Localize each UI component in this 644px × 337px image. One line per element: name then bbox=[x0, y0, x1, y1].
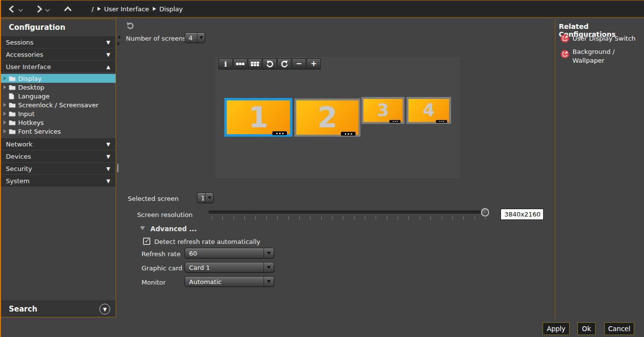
apply-button[interactable]: Apply bbox=[543, 322, 570, 335]
breadcrumb-item[interactable]: Display bbox=[153, 5, 183, 13]
monitor-number: 3 bbox=[377, 102, 389, 119]
tree-item-display[interactable]: Display bbox=[1, 74, 116, 83]
sidebar-section-network[interactable]: Network ▼ bbox=[1, 138, 116, 150]
dropdown-button[interactable] bbox=[263, 277, 274, 287]
navigation-bar: / User Interface Display bbox=[1, 0, 644, 18]
expander-icon[interactable] bbox=[3, 85, 6, 89]
splitter-handle[interactable] bbox=[117, 164, 119, 172]
sidebar-section-security[interactable]: Security ▼ bbox=[1, 162, 116, 174]
section-label: User Interface bbox=[6, 63, 51, 71]
section-label: Devices bbox=[6, 153, 31, 160]
external-link-icon bbox=[561, 50, 569, 58]
tree-item-language[interactable]: Language bbox=[1, 92, 116, 100]
rotate-left-icon[interactable] bbox=[262, 58, 277, 70]
display-settings-window: / User Interface Display Configuration S… bbox=[0, 0, 644, 337]
expander-icon[interactable] bbox=[3, 112, 6, 116]
monitor-select[interactable]: Automatic bbox=[185, 276, 274, 287]
zoom-out-icon[interactable]: − bbox=[292, 58, 306, 70]
rotate-right-icon[interactable] bbox=[277, 58, 291, 70]
dropdown-button[interactable] bbox=[263, 263, 274, 272]
number-of-screens-label: Number of screens bbox=[126, 35, 186, 42]
chevron-down-icon: ▼ bbox=[106, 178, 110, 184]
related-link-background-wallpaper[interactable]: Background / Wallpaper bbox=[561, 48, 630, 65]
tree-item-hotkeys[interactable]: Hotkeys bbox=[1, 118, 116, 127]
forward-history-icon[interactable] bbox=[45, 9, 50, 12]
monitor-1[interactable]: 1 bbox=[224, 98, 292, 137]
monitor-3[interactable]: 3 bbox=[361, 97, 405, 124]
detect-refresh-checkbox[interactable]: ✓ bbox=[143, 238, 150, 245]
user-interface-tree: Display Desktop Language Scre bbox=[1, 72, 116, 138]
resolution-slider-track[interactable] bbox=[209, 211, 490, 214]
breadcrumb-item-label: User Interface bbox=[104, 5, 149, 13]
resolution-slider-handle[interactable] bbox=[481, 208, 489, 217]
configuration-sidebar: Configuration Sessions ▼ Accessories ▼ U… bbox=[1, 19, 116, 317]
monitor-4[interactable]: 4 bbox=[406, 97, 451, 124]
sidebar-section-system[interactable]: System ▼ bbox=[1, 174, 116, 187]
tree-item-input[interactable]: Input bbox=[1, 109, 116, 118]
chevron-down-icon: ▼ bbox=[106, 154, 110, 159]
monitor-stand bbox=[341, 132, 356, 136]
dropdown-button[interactable] bbox=[263, 248, 274, 258]
search-expand-icon[interactable]: ▼ bbox=[99, 304, 110, 314]
number-of-screens-select[interactable]: 4 bbox=[185, 32, 205, 43]
dropdown-button[interactable] bbox=[197, 33, 205, 43]
tree-item-screenlock[interactable]: Screenlock / Screensaver bbox=[1, 100, 116, 109]
external-link-icon bbox=[561, 34, 569, 43]
advanced-expander-icon[interactable] bbox=[140, 226, 145, 230]
selected-screen-label: Selected screen bbox=[128, 195, 179, 202]
sidebar-title: Configuration bbox=[1, 19, 116, 36]
expander-icon[interactable] bbox=[3, 76, 6, 80]
chevron-down-icon: ▼ bbox=[106, 40, 110, 45]
monitor-2[interactable]: 2 bbox=[294, 98, 360, 137]
breadcrumb-item[interactable]: User Interface bbox=[97, 5, 149, 13]
back-history-icon[interactable] bbox=[18, 9, 23, 12]
arrange-horizontal-icon[interactable] bbox=[233, 58, 247, 70]
monitor-stand bbox=[389, 120, 401, 123]
tree-item-label: Display bbox=[18, 75, 42, 82]
tree-item-font-services[interactable]: Font Services bbox=[1, 127, 116, 136]
chevron-down-icon bbox=[267, 266, 271, 269]
monitor-number: 4 bbox=[423, 102, 434, 119]
sidebar-section-devices[interactable]: Devices ▼ bbox=[1, 150, 116, 162]
ok-button[interactable]: Ok bbox=[577, 322, 596, 335]
monitor-stand bbox=[436, 120, 447, 123]
expand-sidebar-icon[interactable] bbox=[118, 42, 120, 46]
resolution-value-box[interactable]: 3840x2160 bbox=[501, 209, 544, 220]
dropdown-button[interactable] bbox=[205, 193, 213, 203]
cancel-button[interactable]: Cancel bbox=[604, 322, 634, 335]
checkmark-icon: ✓ bbox=[144, 237, 150, 244]
monitor-number: 1 bbox=[248, 103, 268, 132]
tree-item-desktop[interactable]: Desktop bbox=[1, 83, 116, 92]
search-panel[interactable]: Search ▼ bbox=[1, 301, 116, 317]
monitor-label: Monitor bbox=[142, 279, 166, 286]
related-link-user-display-switch[interactable]: User Display Switch bbox=[561, 34, 636, 43]
monitor-value: Automatic bbox=[185, 277, 263, 287]
breadcrumb-root[interactable]: / bbox=[92, 5, 94, 13]
graphic-card-select[interactable]: Card 1 bbox=[185, 262, 274, 273]
sidebar-empty-area bbox=[1, 187, 116, 301]
expander-icon[interactable] bbox=[3, 129, 6, 133]
collapse-sidebar-icon[interactable] bbox=[118, 35, 120, 39]
monitor-toolbar: i − + bbox=[218, 58, 321, 70]
refresh-rate-select[interactable]: 60 bbox=[185, 248, 274, 259]
info-icon[interactable]: i bbox=[218, 58, 233, 70]
zoom-in-icon[interactable]: + bbox=[307, 58, 321, 70]
sidebar-section-sessions[interactable]: Sessions ▼ bbox=[1, 36, 116, 48]
refresh-rate-label: Refresh rate bbox=[142, 250, 181, 258]
chevron-down-icon: ▼ bbox=[106, 142, 110, 147]
back-icon[interactable] bbox=[8, 5, 16, 13]
expander-icon[interactable] bbox=[3, 103, 6, 107]
sidebar-section-user-interface[interactable]: User Interface ▲ bbox=[1, 60, 116, 72]
selected-screen-select[interactable]: 1 bbox=[197, 193, 214, 203]
breadcrumb-item-label: Display bbox=[159, 5, 183, 13]
graphic-card-label: Graphic card bbox=[142, 265, 182, 272]
section-label: System bbox=[6, 177, 29, 185]
up-icon[interactable] bbox=[64, 6, 72, 12]
forward-icon[interactable] bbox=[35, 5, 43, 13]
expander-icon[interactable] bbox=[3, 120, 6, 124]
number-of-screens-value: 4 bbox=[185, 33, 197, 43]
sidebar-section-accessories[interactable]: Accessories ▼ bbox=[1, 48, 116, 60]
advanced-label[interactable]: Advanced ... bbox=[150, 225, 197, 233]
reset-parameter-icon[interactable] bbox=[126, 22, 135, 31]
arrange-grid-icon[interactable] bbox=[248, 58, 262, 70]
